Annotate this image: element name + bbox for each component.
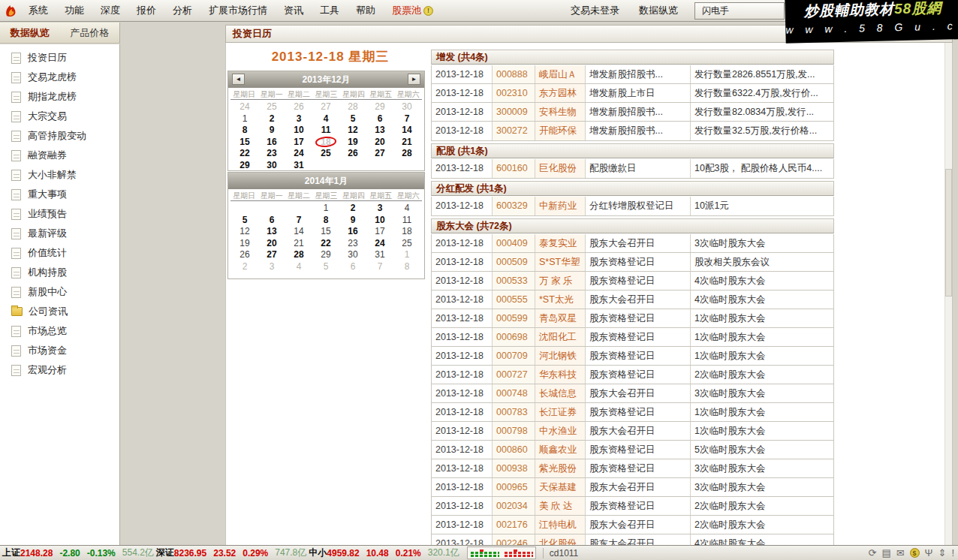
calendar-day[interactable]: 4 [393, 203, 420, 215]
calendar-day[interactable]: 27 [312, 101, 339, 113]
cell-stock-name[interactable]: 长城信息 [535, 384, 586, 402]
cell-stock-code[interactable]: 000748 [493, 384, 535, 402]
calendar-day[interactable]: 31 [285, 160, 312, 172]
calendar-day[interactable]: 10 [366, 215, 393, 227]
alert-icon[interactable]: ! [951, 547, 954, 559]
cell-stock-name[interactable]: 万 家 乐 [535, 272, 586, 290]
cell-stock-code[interactable]: 002246 [493, 534, 535, 545]
sidebar-item[interactable]: 大小非解禁 [0, 165, 119, 185]
calendar-day[interactable]: 21 [393, 137, 420, 149]
calendar-next-button[interactable]: ► [408, 74, 420, 85]
cell-stock-name[interactable]: 中新药业 [535, 197, 586, 215]
calendar-day[interactable]: 5 [231, 215, 258, 227]
cell-stock-name[interactable]: 峨眉山Ａ [535, 65, 586, 83]
cell-stock-code[interactable]: 000709 [493, 347, 535, 365]
calendar-day[interactable]: 8 [312, 215, 339, 227]
menu-item[interactable]: 深度 [92, 0, 128, 21]
cell-stock-code[interactable]: 002034 [493, 497, 535, 515]
cell-stock-code[interactable]: 000938 [493, 459, 535, 477]
cell-stock-code[interactable]: 000727 [493, 366, 535, 384]
cell-stock-code[interactable]: 002310 [493, 84, 535, 102]
calendar-day[interactable]: 2 [231, 261, 258, 273]
calendar-day[interactable]: 31 [366, 249, 393, 261]
stock-pool-badge-icon[interactable]: ! [423, 6, 433, 16]
menu-item[interactable]: 系统 [20, 0, 56, 21]
calendar-day[interactable]: 1 [231, 113, 258, 125]
table-row[interactable]: 2013-12-18000783长江证券股东资格登记日1次临时股东大会 [432, 403, 833, 422]
calendar-day[interactable]: 24 [285, 148, 312, 160]
calendar-day[interactable]: 27 [258, 249, 285, 261]
calendar-day[interactable]: 2 [258, 113, 285, 125]
sidebar-item[interactable]: 新股中心 [0, 282, 119, 302]
cell-stock-name[interactable]: 东方园林 [535, 84, 586, 102]
calendar-day[interactable]: 19 [339, 137, 366, 149]
table-row[interactable]: 2013-12-18000748长城信息股东大会召开日3次临时股东大会 [432, 384, 833, 403]
sidebar-item[interactable]: 融资融券 [0, 146, 119, 165]
menu-item[interactable]: 功能 [56, 0, 92, 21]
table-row[interactable]: 2013-12-18000698沈阳化工股东资格登记日1次临时股东大会 [432, 328, 833, 347]
calendar-day[interactable]: 3 [258, 261, 285, 273]
cell-stock-name[interactable]: 江特电机 [535, 516, 586, 534]
calendar-day[interactable]: 5 [339, 113, 366, 125]
calendar-day[interactable]: 24 [366, 238, 393, 250]
calendar-day[interactable]: 7 [285, 215, 312, 227]
calendar-day[interactable]: 13 [366, 125, 393, 137]
table-row[interactable]: 2013-12-18000798中水渔业股东大会召开日1次临时股东大会 [432, 422, 833, 441]
table-row[interactable]: 2013-12-18000888峨眉山Ａ增发新股招股书...发行数量2826.8… [432, 65, 833, 84]
cell-stock-name[interactable]: 河北钢铁 [535, 347, 586, 365]
refresh-icon[interactable]: ⟳ [868, 547, 876, 559]
cell-stock-code[interactable]: 000555 [493, 291, 535, 309]
calendar-day[interactable]: 30 [393, 101, 420, 113]
calendar-day[interactable]: 30 [339, 249, 366, 261]
calendar-prev-button[interactable]: ◄ [232, 74, 245, 85]
calendar-day[interactable]: 28 [339, 101, 366, 113]
calendar-day[interactable]: 25 [258, 101, 285, 113]
cell-stock-name[interactable]: 顺鑫农业 [535, 441, 586, 459]
calendar-day[interactable]: 28 [285, 249, 312, 261]
cell-stock-name[interactable]: 沈阳化工 [535, 328, 586, 346]
cell-stock-code[interactable]: 000783 [493, 403, 535, 421]
table-row[interactable]: 2013-12-18000938紫光股份股东资格登记日3次临时股东大会 [432, 459, 833, 478]
sidebar-tab-inactive[interactable]: 产品价格 [60, 23, 120, 43]
table-row[interactable]: 2013-12-18002246北化股份股东大会召开日4次临时股东大会 [432, 534, 833, 545]
calendar-day[interactable]: 21 [285, 238, 312, 250]
cell-stock-code[interactable]: 000533 [493, 272, 535, 290]
calendar-day[interactable]: 16 [339, 226, 366, 238]
calendar-day[interactable]: 3 [366, 203, 393, 215]
calendar-day[interactable]: 15 [231, 137, 258, 149]
calendar-day[interactable]: 13 [258, 226, 285, 238]
trade-login-status[interactable]: 交易未登录 [561, 0, 629, 21]
cell-stock-code[interactable]: 000798 [493, 422, 535, 440]
calendar-day[interactable]: 25 [312, 148, 339, 160]
calendar-day[interactable]: 1 [312, 203, 339, 215]
table-row[interactable]: 2013-12-18000509S*ST华塑股东资格登记日股改相关股东会议 [432, 253, 833, 272]
table-row[interactable]: 2013-12-18000599青岛双星股东资格登记日1次临时股东大会 [432, 309, 833, 328]
cell-stock-code[interactable]: 300272 [493, 122, 535, 140]
cell-stock-name[interactable]: 青岛双星 [535, 309, 586, 327]
cell-stock-name[interactable]: 北化股份 [535, 534, 586, 545]
calendar-day[interactable]: 15 [312, 226, 339, 238]
cell-stock-code[interactable]: 000599 [493, 309, 535, 327]
calendar-day[interactable]: 17 [285, 137, 312, 149]
calendar-day-selected[interactable]: 18 [312, 137, 339, 149]
table-row[interactable]: 2013-12-18002310东方园林增发新股上市日发行数量6322.4万股,… [432, 84, 833, 103]
cell-stock-name[interactable]: 紫光股份 [535, 459, 586, 477]
calendar-day[interactable]: 26 [339, 148, 366, 160]
table-row[interactable]: 2013-12-18000533万 家 乐股东资格登记日4次临时股东大会 [432, 272, 833, 291]
cell-stock-name[interactable]: 开能环保 [535, 122, 586, 140]
calendar-day[interactable]: 9 [339, 215, 366, 227]
message-icon[interactable]: ✉ [896, 547, 905, 559]
table-row[interactable]: 2013-12-18000965天保基建股东大会召开日3次临时股东大会 [432, 478, 833, 497]
calendar-day[interactable]: 25 [393, 238, 420, 250]
cell-stock-code[interactable]: 000698 [493, 328, 535, 346]
calendar-day[interactable]: 20 [258, 238, 285, 250]
sidebar-item[interactable]: 重大事项 [0, 185, 119, 204]
cell-stock-name[interactable]: 华东科技 [535, 366, 586, 384]
cell-stock-name[interactable]: 天保基建 [535, 478, 586, 496]
lightning-hand-button[interactable]: 闪电手 [694, 2, 785, 20]
calendar-day[interactable]: 8 [393, 261, 420, 273]
calendar-day[interactable]: 30 [258, 160, 285, 172]
sidebar-item[interactable]: 交易龙虎榜 [0, 68, 119, 87]
calendar-day[interactable]: 7 [393, 113, 420, 125]
cell-stock-name[interactable]: 安科生物 [535, 103, 586, 121]
